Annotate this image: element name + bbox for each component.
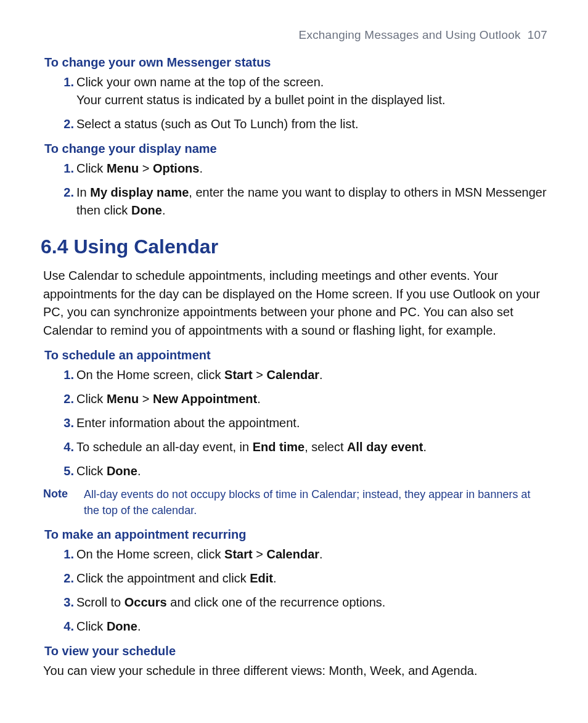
list-item: 3. Enter information about the appointme…: [76, 414, 547, 432]
subhead-schedule-appointment: To schedule an appointment: [41, 348, 547, 362]
note-text: All-day events do not occupy blocks of t…: [84, 486, 547, 518]
text: and click one of the recurrence options.: [167, 595, 386, 609]
list-item: 1. On the Home screen, click Start > Cal…: [76, 366, 547, 384]
step-text: Click Done.: [76, 464, 141, 478]
document-page: Exchanging Messages and Using Outlook 10…: [0, 0, 588, 723]
step-number: 2.: [55, 390, 74, 408]
step-number: 1.: [55, 545, 74, 563]
text: >: [139, 161, 153, 175]
bold-text: Done: [107, 619, 137, 633]
bold-text: Done: [131, 203, 162, 217]
step-text: Enter information about the appointment.: [76, 416, 300, 430]
step-text: Click your own name at the top of the sc…: [76, 73, 547, 91]
bold-text: Calendar: [266, 368, 319, 382]
step-text: Click Done.: [76, 619, 141, 633]
text: , select: [304, 440, 347, 454]
note-label: Note: [43, 486, 68, 518]
step-number: 3.: [55, 414, 74, 432]
step-number: 2.: [55, 184, 74, 202]
step-number: 2.: [55, 115, 74, 133]
view-schedule-text: You can view your schedule in three diff…: [43, 662, 547, 680]
step-number: 2.: [55, 570, 74, 587]
step-number: 5.: [55, 462, 74, 480]
bold-text: End time: [253, 440, 304, 454]
text: >: [253, 368, 267, 382]
step-text: To schedule an all-day event, in End tim…: [76, 440, 427, 454]
text: >: [139, 392, 153, 406]
bold-text: All day event: [347, 440, 423, 454]
list-item: 1. On the Home screen, click Start > Cal…: [76, 545, 547, 563]
note-block: Note All-day events do not occupy blocks…: [43, 486, 547, 518]
step-text: Scroll to Occurs and click one of the re…: [76, 595, 385, 609]
bold-text: Edit: [250, 571, 273, 585]
step-number: 1.: [55, 73, 74, 91]
subhead-messenger-status: To change your own Messenger status: [41, 55, 547, 70]
text: .: [162, 203, 166, 217]
bold-text: Start: [224, 547, 253, 561]
bold-text: My display name: [90, 186, 189, 199]
subhead-recurring: To make an appointment recurring: [41, 528, 547, 542]
bold-text: Done: [107, 464, 137, 478]
steps-messenger-status: 1. Click your own name at the top of the…: [41, 73, 547, 133]
list-item: 4. Click Done.: [76, 618, 547, 635]
text: Click: [76, 392, 107, 406]
list-item: 3. Scroll to Occurs and click one of the…: [76, 594, 547, 611]
step-number: 4.: [55, 618, 74, 635]
list-item: 2. In My display name, enter the name yo…: [76, 184, 547, 219]
bold-text: Calendar: [266, 547, 319, 561]
list-item: 5. Click Done.: [76, 462, 547, 480]
text: .: [199, 161, 203, 175]
list-item: 1. Click Menu > Options.: [76, 160, 547, 178]
step-number: 1.: [55, 160, 74, 178]
step-number: 4.: [55, 438, 74, 456]
steps-display-name: 1. Click Menu > Options. 2. In My displa…: [41, 160, 547, 219]
subhead-display-name: To change your display name: [41, 142, 547, 156]
text: .: [319, 368, 323, 382]
steps-schedule-appointment: 1. On the Home screen, click Start > Cal…: [41, 366, 547, 480]
step-number: 3.: [55, 594, 74, 611]
section-intro: Use Calendar to schedule appointments, i…: [43, 267, 547, 340]
text: .: [273, 571, 277, 585]
step-text: Click Menu > New Appointment.: [76, 392, 261, 406]
step-text: In My display name, enter the name you w…: [76, 186, 547, 217]
bold-text: Menu: [107, 161, 139, 175]
list-item: 2. Select a status (such as Out To Lunch…: [76, 115, 547, 133]
section-heading-using-calendar: 6.4 Using Calendar: [41, 235, 547, 258]
text: Click: [76, 161, 107, 175]
list-item: 2. Click the appointment and click Edit.: [76, 570, 547, 587]
text: To schedule an all-day event, in: [76, 440, 253, 454]
text: Click: [76, 464, 107, 478]
text: Click the appointment and click: [76, 571, 250, 585]
text: .: [319, 547, 323, 561]
step-text: Click the appointment and click Edit.: [76, 571, 277, 585]
bold-text: New Appointment: [153, 392, 257, 406]
list-item: 2. Click Menu > New Appointment.: [76, 390, 547, 408]
bold-text: Menu: [107, 392, 139, 406]
text: >: [253, 547, 267, 561]
running-header: Exchanging Messages and Using Outlook 10…: [41, 28, 547, 42]
text: .: [137, 464, 141, 478]
step-text: Your current status is indicated by a bu…: [76, 91, 547, 109]
step-text: Click Menu > Options.: [76, 161, 203, 175]
text: Scroll to: [76, 595, 125, 609]
bold-text: Occurs: [125, 595, 167, 609]
step-text: Select a status (such as Out To Lunch) f…: [76, 117, 359, 131]
text: .: [423, 440, 427, 454]
list-item: 4. To schedule an all-day event, in End …: [76, 438, 547, 456]
text: On the Home screen, click: [76, 368, 224, 382]
step-text: On the Home screen, click Start > Calend…: [76, 368, 323, 382]
list-item: 1. Click your own name at the top of the…: [76, 73, 547, 109]
steps-recurring: 1. On the Home screen, click Start > Cal…: [41, 545, 547, 635]
text: .: [257, 392, 261, 406]
step-text: On the Home screen, click Start > Calend…: [76, 547, 323, 561]
text: In: [76, 186, 90, 199]
bold-text: Start: [224, 368, 253, 382]
text: On the Home screen, click: [76, 547, 224, 561]
text: Click: [76, 619, 107, 633]
bold-text: Options: [153, 161, 200, 175]
text: .: [137, 619, 141, 633]
step-number: 1.: [55, 366, 74, 384]
subhead-view-schedule: To view your schedule: [41, 644, 547, 658]
